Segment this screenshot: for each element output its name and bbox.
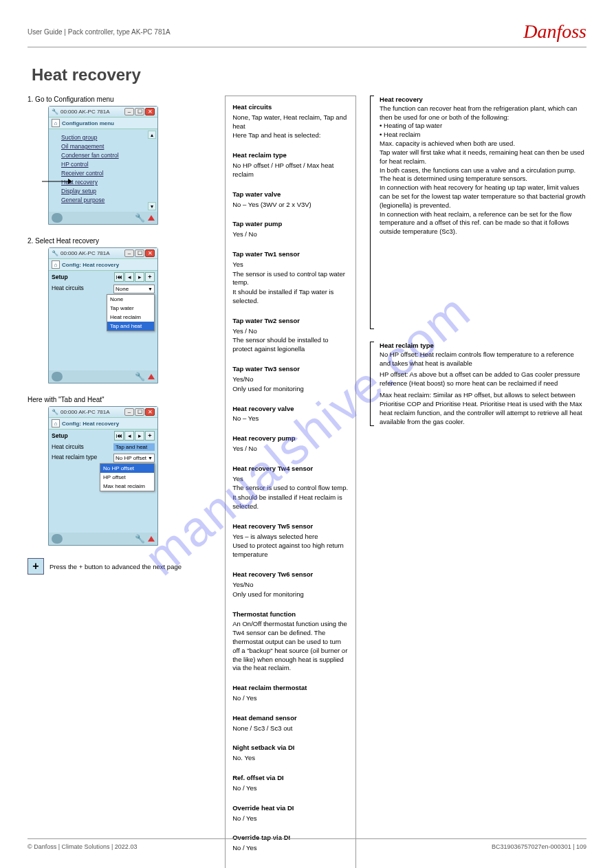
wrench-icon: 🔧	[135, 213, 145, 223]
page-footer: © Danfoss | Climate Solutions | 2022.03 …	[28, 838, 586, 850]
minimize-button[interactable]: –	[124, 249, 134, 257]
dropdown-option[interactable]: HP offset	[100, 473, 154, 482]
window-subtitle: Configuration menu	[62, 120, 114, 126]
nav-next-button[interactable]: ▸	[135, 272, 144, 282]
nav-first-button[interactable]: ⏮	[114, 431, 124, 441]
menu-item-suction[interactable]: Suction group	[61, 134, 153, 141]
window-title: 00:000 AK-PC 781A	[61, 250, 124, 256]
home-icon[interactable]: ⌂	[52, 260, 60, 269]
menu-item-receiver[interactable]: Receiver control	[61, 170, 153, 177]
menu-item-heat-recovery[interactable]: Heat recovery	[61, 179, 153, 186]
wrench-icon: 🔧	[135, 372, 145, 381]
menu-item-condenser[interactable]: Condenser fan control	[61, 152, 153, 159]
app-icon: 🔧	[52, 409, 58, 416]
heat-reclaim-type-label: Heat reclaim type	[52, 454, 113, 463]
dropdown-option[interactable]: Heat reclaim	[107, 313, 154, 322]
step-2-label: 2. Select Heat recovery	[28, 237, 211, 245]
minimize-button[interactable]: –	[124, 408, 134, 416]
status-pill-icon	[52, 213, 63, 223]
nav-add-button[interactable]: +	[145, 431, 155, 441]
chevron-down-icon: ▼	[148, 287, 153, 291]
heat-recovery-window: 🔧 00:000 AK-PC 781A – ☐ ✕ ⌂ Config: Heat…	[48, 247, 158, 383]
nav-prev-button[interactable]: ◂	[124, 272, 134, 282]
menu-item-hp[interactable]: HP control	[61, 161, 153, 168]
dropdown-option-selected[interactable]: Tap and heat	[107, 322, 154, 331]
wrench-icon: 🔧	[135, 534, 145, 544]
scroll-down-button[interactable]: ▾	[148, 202, 156, 210]
home-icon[interactable]: ⌂	[52, 119, 60, 127]
minimize-button[interactable]: –	[124, 108, 134, 115]
page-title: Heat recovery	[32, 65, 586, 85]
dropdown-option[interactable]: Max heat reclaim	[100, 482, 154, 491]
config-menu-window: 🔧 00:000 AK-PC 781A – ☐ ✕ ⌂ Configuratio…	[48, 106, 158, 225]
bracket-icon	[370, 96, 375, 329]
side-note-heat-recovery: Heat recovery The function can recover h…	[370, 96, 586, 329]
close-button[interactable]: ✕	[145, 408, 155, 416]
close-button[interactable]: ✕	[145, 108, 155, 115]
close-button[interactable]: ✕	[145, 249, 155, 257]
nav-add-button[interactable]: +	[145, 272, 155, 282]
window-subtitle: Config: Heat recovery	[62, 421, 119, 427]
status-pill-icon	[52, 372, 63, 381]
nav-next-button[interactable]: ▸	[135, 431, 144, 441]
menu-item-oil[interactable]: Oil management	[61, 143, 153, 150]
heat-circuits-label: Heat circuits	[52, 443, 113, 451]
setup-label: Setup	[52, 432, 114, 439]
plus-button-note: Press the + button to advanced the next …	[50, 563, 182, 570]
heat-reclaim-dropdown: No HP offset HP offset Max heat reclaim	[100, 463, 155, 491]
app-icon: 🔧	[52, 250, 58, 257]
heat-reclaim-type-select[interactable]: No HP offset▼	[113, 454, 155, 463]
window-title: 00:000 AK-PC 781A	[61, 109, 124, 115]
alert-icon	[148, 536, 155, 542]
window-subtitle: Config: Heat recovery	[62, 262, 119, 268]
home-icon[interactable]: ⌂	[52, 419, 60, 427]
setup-label: Setup	[52, 274, 114, 280]
heat-circuits-label: Heat circuits	[52, 285, 113, 293]
page-header: User Guide | Pack controller, type AK-PC…	[28, 21, 586, 47]
scroll-up-button[interactable]: ▴	[148, 131, 156, 139]
footer-right: BC319036757027en-000301 | 109	[492, 843, 586, 850]
app-icon: 🔧	[52, 109, 58, 115]
header-subtitle: User Guide | Pack controller, type AK-PC…	[28, 28, 171, 36]
maximize-button[interactable]: ☐	[135, 249, 144, 257]
dropdown-option[interactable]: None	[107, 295, 154, 304]
maximize-button[interactable]: ☐	[135, 108, 144, 115]
step-3-label: Here with "Tab and Heat"	[28, 396, 211, 403]
alert-icon	[148, 215, 155, 221]
pointer-arrow-icon	[42, 179, 72, 184]
window-title: 00:000 AK-PC 781A	[61, 409, 124, 415]
heat-recovery-window-populated: 🔧 00:000 AK-PC 781A – ☐ ✕ ⌂ Config: Heat…	[48, 406, 158, 546]
alert-icon	[148, 374, 155, 379]
chevron-down-icon: ▼	[148, 456, 153, 460]
heat-circuits-value[interactable]: Tap and heat	[113, 443, 155, 451]
bracket-icon	[370, 342, 375, 426]
nav-first-button[interactable]: ⏮	[114, 272, 124, 282]
nav-prev-button[interactable]: ◂	[124, 431, 134, 441]
status-pill-icon	[52, 534, 63, 544]
plus-button-icon[interactable]: +	[28, 558, 44, 575]
description-frame: Heat circuitsNone, Tap water, Heat recla…	[225, 96, 356, 868]
heat-circuits-select[interactable]: None▼	[113, 285, 155, 293]
dropdown-option[interactable]: Tap water	[107, 304, 154, 313]
menu-item-display[interactable]: Display setup	[61, 188, 153, 194]
brand-logo: Danfoss	[523, 21, 586, 43]
menu-item-general[interactable]: General purpose	[61, 197, 153, 203]
footer-left: © Danfoss | Climate Solutions | 2022.03	[28, 843, 137, 850]
heat-circuits-dropdown: None Tap water Heat reclaim Tap and heat	[107, 294, 155, 331]
maximize-button[interactable]: ☐	[135, 408, 144, 416]
side-note-reclaim-type: Heat reclaim type No HP offset: Heat rec…	[370, 342, 586, 426]
step-1-label: 1. Go to Configuration menu	[28, 96, 211, 103]
svg-marker-1	[68, 179, 72, 184]
dropdown-option-selected[interactable]: No HP offset	[100, 464, 154, 473]
